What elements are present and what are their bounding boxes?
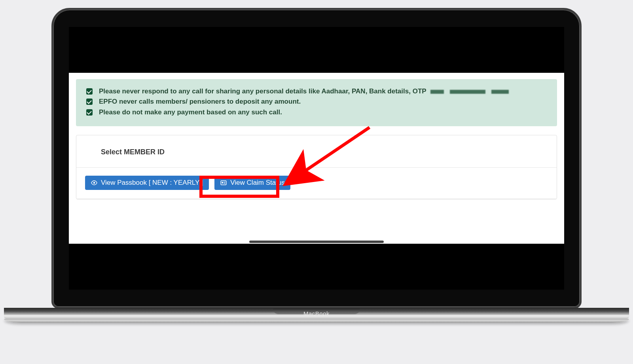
eye-icon [91, 179, 98, 186]
view-passbook-button[interactable]: View Passbook [ NEW : YEARLY ] [85, 176, 209, 190]
redacted-block [450, 90, 485, 94]
laptop-screen: Please never respond to any call for sha… [69, 27, 564, 290]
advisory-item-text: EPFO never calls members/ pensioners to … [99, 98, 301, 105]
member-id-card: Select MEMBER ID View Passbook [ NEW : Y… [76, 135, 557, 199]
horizontal-scrollbar[interactable] [249, 241, 384, 243]
laptop-screen-bezel: Please never respond to any call for sha… [51, 8, 582, 309]
advisory-item: EPFO never calls members/ pensioners to … [85, 97, 548, 107]
laptop-mockup: Please never respond to any call for sha… [51, 8, 582, 323]
advisory-item-text: Please never respond to any call for sha… [99, 87, 426, 95]
card-title: Select MEMBER ID [76, 135, 557, 168]
view-claim-status-button[interactable]: View Claim Status [214, 176, 290, 190]
svg-rect-2 [222, 182, 224, 184]
id-card-icon [220, 179, 227, 186]
advisory-item-text: Please do not make any payment based on … [99, 108, 282, 116]
svg-point-0 [93, 182, 95, 184]
laptop-brand-label: MacBook [303, 310, 330, 317]
redacted-block [430, 90, 444, 94]
advisory-alert: Please never respond to any call for sha… [76, 79, 557, 126]
redacted-block [491, 90, 509, 94]
web-viewport: Please never respond to any call for sha… [69, 73, 564, 244]
svg-rect-1 [221, 181, 227, 185]
laptop-base: MacBook [4, 308, 629, 323]
advisory-item: Please never respond to any call for sha… [85, 86, 548, 97]
advisory-item: Please do not make any payment based on … [85, 107, 548, 118]
button-label: View Claim Status [230, 179, 285, 187]
card-body: View Passbook [ NEW : YEARLY ] View Clai… [76, 168, 557, 199]
button-label: View Passbook [ NEW : YEARLY ] [101, 179, 203, 187]
